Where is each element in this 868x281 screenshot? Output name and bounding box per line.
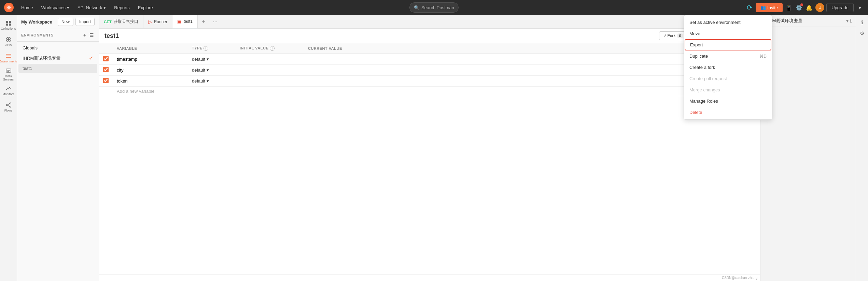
row-initial-cell[interactable] bbox=[236, 76, 304, 87]
menu-set-active[interactable]: Set as active environment bbox=[684, 17, 772, 28]
sidebar-item-flows[interactable]: Flows bbox=[1, 100, 16, 115]
env-selector-chevron[interactable]: ▾ bbox=[846, 18, 849, 24]
menu-merge: Merge changes bbox=[684, 84, 772, 95]
info-panel-icon[interactable]: ℹ bbox=[857, 18, 867, 27]
main-layout: Collections APIs Environments Mock Serve… bbox=[0, 15, 868, 281]
filter-env-button[interactable]: ☰ bbox=[89, 32, 95, 39]
row-type-cell: default ▾ bbox=[188, 76, 236, 87]
nav-workspaces[interactable]: Workspaces ▾ bbox=[38, 3, 73, 12]
tab-label: 获取天气接口 bbox=[114, 19, 138, 25]
env-info-icon[interactable]: ℹ bbox=[850, 18, 852, 24]
runner-icon: ▷ bbox=[148, 19, 152, 25]
gear-icon[interactable]: ⚙️ bbox=[795, 3, 803, 12]
menu-manage-roles[interactable]: Manage Roles bbox=[684, 95, 772, 107]
row-initial-cell[interactable] bbox=[236, 54, 304, 65]
row-check-cell bbox=[99, 65, 113, 76]
settings-icon[interactable]: ⚙ bbox=[857, 29, 867, 38]
add-row-check bbox=[99, 87, 113, 96]
row-checkbox[interactable] bbox=[103, 56, 109, 61]
tabs-bar: GET 获取天气接口 ▷ Runner ▣ test1 + ··· bbox=[99, 15, 760, 29]
env-name-title: test1 bbox=[104, 32, 119, 40]
invite-button[interactable]: 👥 Invite bbox=[756, 3, 783, 12]
sidebar-item-mock-servers[interactable]: Mock Servers bbox=[1, 67, 16, 82]
env-item-test1[interactable]: test1 bbox=[18, 64, 97, 73]
row-check-cell bbox=[99, 76, 113, 87]
table-row: city default ▾ bbox=[99, 65, 760, 76]
panel-header: Environments + ☰ bbox=[17, 29, 99, 42]
import-button[interactable]: Import bbox=[75, 18, 95, 26]
fork-icon: ⑂ bbox=[663, 33, 666, 38]
add-env-button[interactable]: + bbox=[83, 32, 87, 39]
method-label: GET bbox=[104, 20, 112, 24]
variables-table-wrapper: VARIABLE TYPE i INITIAL VALUE i CURRENT … bbox=[99, 43, 760, 274]
env-top-bar: test1 ⑂ Fork 0 💾 Save ↗ Share ··· bbox=[99, 29, 760, 43]
env-item-globals[interactable]: Globals bbox=[18, 43, 97, 53]
tab-label: test1 bbox=[184, 19, 193, 24]
col-header-variable: VARIABLE bbox=[113, 43, 188, 54]
row-variable-cell[interactable]: token bbox=[113, 76, 188, 87]
row-initial-cell[interactable] bbox=[236, 65, 304, 76]
workspace-name: My Workspace bbox=[21, 19, 52, 25]
svg-point-10 bbox=[10, 106, 11, 107]
menu-move[interactable]: Move bbox=[684, 28, 772, 39]
add-variable-label[interactable]: Add a new variable bbox=[113, 87, 760, 96]
new-button[interactable]: New bbox=[58, 18, 73, 26]
add-variable-row[interactable]: Add a new variable bbox=[99, 87, 760, 96]
menu-export[interactable]: Export bbox=[685, 39, 771, 50]
row-variable-cell[interactable]: timestamp bbox=[113, 54, 188, 65]
row-checkbox[interactable] bbox=[103, 67, 109, 72]
notification-badge bbox=[800, 3, 803, 6]
tab-add-button[interactable]: + bbox=[198, 18, 210, 25]
search-bar[interactable]: 🔍 Search Postman bbox=[409, 2, 459, 13]
env-list: Globals IHRM测试环境变量 ✓ test1 bbox=[17, 42, 99, 75]
chevron-down-icon[interactable]: ▾ bbox=[856, 3, 864, 12]
row-variable-cell[interactable]: city bbox=[113, 65, 188, 76]
dropdown-menu: Set as active environment Move Export Du… bbox=[684, 15, 772, 120]
tab-more-button[interactable]: ··· bbox=[210, 19, 221, 25]
initial-info-icon: i bbox=[270, 46, 275, 51]
nav-actions: ⟳ 👥 Invite 📱 ⚙️ 🔔 U Upgrade ▾ bbox=[745, 3, 864, 12]
chevron-icon: ▾ bbox=[207, 57, 209, 62]
nav-home[interactable]: Home bbox=[18, 3, 37, 12]
icon-sidebar: Collections APIs Environments Mock Serve… bbox=[0, 15, 17, 281]
tab-test1[interactable]: ▣ test1 bbox=[172, 15, 198, 29]
row-type-cell: default ▾ bbox=[188, 54, 236, 65]
upgrade-button[interactable]: Upgrade bbox=[826, 3, 854, 12]
nav-api-network[interactable]: API Network ▾ bbox=[74, 3, 109, 12]
tab-get-request[interactable]: GET 获取天气接口 bbox=[99, 15, 143, 29]
sidebar-item-environments[interactable]: Environments bbox=[1, 50, 16, 65]
svg-rect-5 bbox=[9, 24, 11, 26]
env-item-name: IHRM测试环境变量 bbox=[23, 55, 87, 61]
env-item-ihrm[interactable]: IHRM测试环境变量 ✓ bbox=[18, 53, 97, 63]
svg-rect-4 bbox=[6, 24, 8, 26]
panel-header-actions: + ☰ bbox=[83, 32, 95, 39]
avatar[interactable]: U bbox=[815, 3, 824, 12]
postman-logo[interactable] bbox=[4, 3, 14, 12]
menu-delete[interactable]: Delete bbox=[684, 107, 772, 118]
nav-reports[interactable]: Reports bbox=[111, 3, 133, 12]
monitors-label: Monitors bbox=[2, 93, 14, 96]
menu-duplicate[interactable]: Duplicate ⌘D bbox=[684, 50, 772, 62]
env-selector-name: IHRM测试环境变量 bbox=[765, 18, 845, 24]
top-nav: Home Workspaces ▾ API Network ▾ Reports … bbox=[0, 0, 868, 15]
sync-icon[interactable]: ⟳ bbox=[745, 3, 754, 12]
apis-label: APIs bbox=[5, 44, 12, 47]
type-select[interactable]: default ▾ bbox=[192, 57, 232, 62]
table-header-row: VARIABLE TYPE i INITIAL VALUE i CURRENT … bbox=[99, 43, 760, 54]
right-env-bar: IHRM测试环境变量 ▾ ℹ bbox=[760, 15, 856, 281]
sidebar-item-collections[interactable]: Collections bbox=[1, 18, 16, 33]
bell-icon[interactable]: 🔔 bbox=[805, 3, 813, 12]
mock-servers-label: Mock Servers bbox=[1, 75, 16, 82]
menu-create-fork[interactable]: Create a fork bbox=[684, 62, 772, 73]
env-active-check: ✓ bbox=[89, 55, 93, 61]
nav-explore[interactable]: Explore bbox=[135, 3, 156, 12]
tab-runner[interactable]: ▷ Runner bbox=[143, 15, 172, 29]
menu-create-pr: Create pull request bbox=[684, 73, 772, 84]
sidebar-item-apis[interactable]: APIs bbox=[1, 34, 16, 49]
type-select[interactable]: default ▾ bbox=[192, 68, 232, 73]
sidebar-item-monitors[interactable]: Monitors bbox=[1, 83, 16, 98]
phone-icon[interactable]: 📱 bbox=[785, 3, 793, 12]
row-checkbox[interactable] bbox=[103, 78, 109, 83]
col-header-initial: INITIAL VALUE i bbox=[236, 43, 304, 54]
type-select[interactable]: default ▾ bbox=[192, 78, 232, 84]
